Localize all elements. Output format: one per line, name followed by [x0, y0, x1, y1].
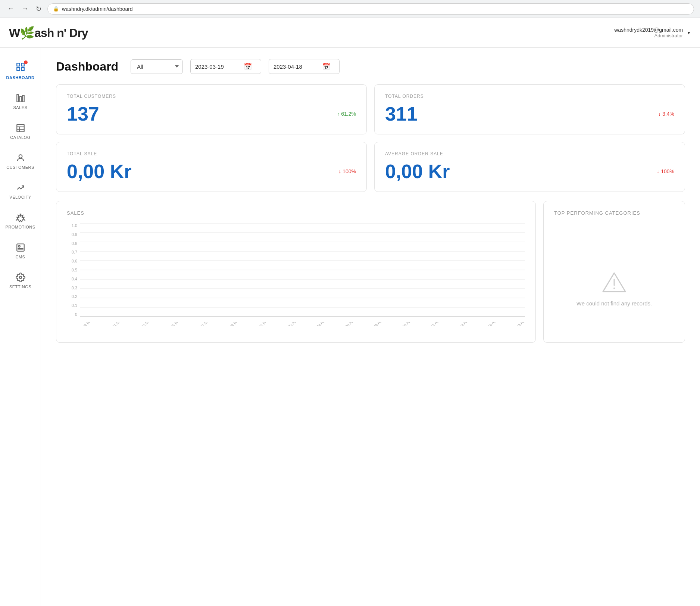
avg-order-pct: 100%: [661, 168, 674, 174]
sidebar-item-cms[interactable]: CMS: [0, 236, 41, 266]
app-header: W🌿ash n' Dry washndrydk2019@gmail.com Ad…: [0, 18, 700, 48]
total-customers-label: TOTAL CUSTOMERS: [67, 94, 356, 99]
no-records-section: We could not find any records.: [576, 246, 652, 333]
logo-text: W🌿ash n' Dry: [9, 26, 88, 40]
sidebar-item-sales-label: SALES: [13, 105, 28, 110]
settings-icon: [16, 273, 25, 282]
svg-rect-7: [17, 124, 24, 132]
sidebar-item-velocity[interactable]: VELOCITY: [0, 176, 41, 206]
stat-card-avg-order: AVERAGE ORDER SALE 0,00 Kr 100%: [374, 142, 685, 192]
date-to-wrapper: 📅: [269, 59, 340, 74]
down-arrow-icon: [658, 111, 661, 117]
chart-container: 0 0.1 0.2 0.3 0.4 0.5 0.6 0.7 0.8 0.9 1.: [67, 223, 525, 326]
down-arrow-icon-2: [338, 168, 341, 174]
main-body: DASHBOARD SALES CATALOG: [0, 48, 700, 606]
main-content: Dashboard All Today This Week This Month…: [41, 48, 700, 606]
stat-card-total-orders: TOTAL ORDERS 311 3.4%: [374, 84, 685, 134]
x-label-29mar: 29 Mar: [229, 322, 240, 326]
no-records-text: We could not find any records.: [576, 299, 652, 308]
calendar-to-icon[interactable]: 📅: [322, 62, 330, 71]
y-label-10: 1.0: [72, 223, 77, 228]
svg-point-31: [613, 288, 615, 289]
user-dropdown-arrow[interactable]: ▼: [687, 30, 691, 35]
reload-button[interactable]: ↻: [34, 3, 43, 15]
sidebar-item-sales[interactable]: SALES: [0, 87, 41, 116]
svg-rect-3: [21, 68, 24, 71]
browser-chrome: ← → ↻ 🔒 washndry.dk/admin/dashboard: [0, 0, 700, 18]
sidebar-item-promotions[interactable]: PROMOTIONS: [0, 206, 41, 236]
y-label-04: 0.4: [72, 277, 77, 281]
x-axis: 19 Mar 21 Mar 23 Mar 25 Mar 27 Mar 29 Ma…: [67, 322, 525, 326]
sidebar-item-dashboard[interactable]: DASHBOARD: [0, 55, 41, 87]
filter-select[interactable]: All Today This Week This Month: [131, 59, 183, 74]
sidebar-item-promotions-label: PROMOTIONS: [5, 225, 35, 229]
y-label-07: 0.7: [72, 250, 77, 254]
svg-rect-13: [17, 244, 24, 251]
catalog-icon: [16, 123, 25, 133]
user-email: washndrydk2019@gmail.com: [614, 27, 683, 33]
x-label-27mar: 27 Mar: [199, 322, 210, 326]
svg-rect-15: [18, 248, 23, 249]
date-to-input[interactable]: [274, 63, 318, 70]
x-label-02apr: 02 Apr: [287, 322, 298, 326]
sidebar-item-catalog-label: CATALOG: [10, 135, 30, 140]
sidebar-item-customers[interactable]: CUSTOMERS: [0, 146, 41, 176]
calendar-from-icon[interactable]: 📅: [244, 62, 252, 71]
svg-point-11: [19, 155, 22, 158]
sidebar-item-dashboard-label: DASHBOARD: [6, 75, 35, 80]
y-label-03: 0.3: [72, 286, 77, 290]
y-label-0: 0: [75, 312, 77, 317]
total-orders-label: TOTAL ORDERS: [385, 94, 674, 99]
total-orders-pct: 3.4%: [662, 111, 674, 117]
back-button[interactable]: ←: [6, 3, 16, 14]
avg-order-row: 0,00 Kr 100%: [385, 160, 674, 183]
total-customers-change: 61.2%: [337, 111, 356, 117]
notification-dot: [24, 60, 28, 64]
top-categories-title: TOP PERFORMING CATEGORIES: [554, 210, 640, 216]
dashboard-header: Dashboard All Today This Week This Month…: [56, 59, 685, 74]
y-label-02: 0.2: [72, 294, 77, 299]
total-customers-pct: 61.2%: [341, 111, 356, 117]
address-bar[interactable]: 🔒 washndry.dk/admin/dashboard: [47, 3, 694, 15]
x-label-25mar: 25 Mar: [170, 322, 181, 326]
x-label-08apr: 08 Apr: [373, 322, 384, 326]
dashboard-icon-wrapper: [16, 62, 25, 73]
sidebar-item-settings-label: SETTINGS: [9, 285, 31, 289]
up-arrow-icon: [337, 111, 340, 117]
chart-plot-area: [80, 223, 525, 318]
sidebar-item-customers-label: CUSTOMERS: [6, 165, 34, 170]
total-customers-row: 137 61.2%: [67, 103, 356, 125]
user-info: washndrydk2019@gmail.com Administrator: [614, 27, 683, 38]
date-from-input[interactable]: [195, 63, 240, 70]
sidebar-item-catalog[interactable]: CATALOG: [0, 116, 41, 146]
sidebar: DASHBOARD SALES CATALOG: [0, 48, 41, 606]
x-label-31mar: 31 Mar: [258, 322, 269, 326]
svg-rect-1: [21, 63, 24, 66]
total-orders-value: 311: [385, 103, 418, 125]
x-label-10apr: 10 Apr: [401, 322, 412, 326]
svg-rect-4: [17, 94, 18, 102]
total-orders-row: 311 3.4%: [385, 103, 674, 125]
cms-icon: [16, 243, 25, 252]
customers-icon: [16, 153, 25, 163]
y-label-06: 0.6: [72, 259, 77, 263]
sidebar-item-settings[interactable]: SETTINGS: [0, 266, 41, 296]
svg-rect-2: [17, 68, 20, 71]
x-label-04apr: 04 Apr: [316, 322, 326, 326]
x-label-19mar: 19 Mar: [82, 322, 93, 326]
avg-order-label: AVERAGE ORDER SALE: [385, 151, 674, 156]
page-title: Dashboard: [56, 60, 123, 74]
avg-order-value: 0,00 Kr: [385, 160, 450, 183]
header-user: washndrydk2019@gmail.com Administrator ▼: [614, 27, 691, 38]
svg-rect-5: [19, 97, 21, 102]
total-sale-value: 0,00 Kr: [67, 160, 131, 183]
total-sale-row: 0,00 Kr 100%: [67, 160, 356, 183]
sales-icon: [16, 93, 25, 103]
app-container: W🌿ash n' Dry washndrydk2019@gmail.com Ad…: [0, 18, 700, 606]
total-sale-label: TOTAL SALE: [67, 151, 356, 156]
x-label-06apr: 06 Apr: [344, 322, 355, 326]
logo: W🌿ash n' Dry: [9, 26, 88, 40]
top-categories-card: TOP PERFORMING CATEGORIES We could not f…: [543, 201, 685, 343]
x-label-14apr: 14 Apr: [459, 322, 469, 326]
forward-button[interactable]: →: [20, 3, 30, 14]
